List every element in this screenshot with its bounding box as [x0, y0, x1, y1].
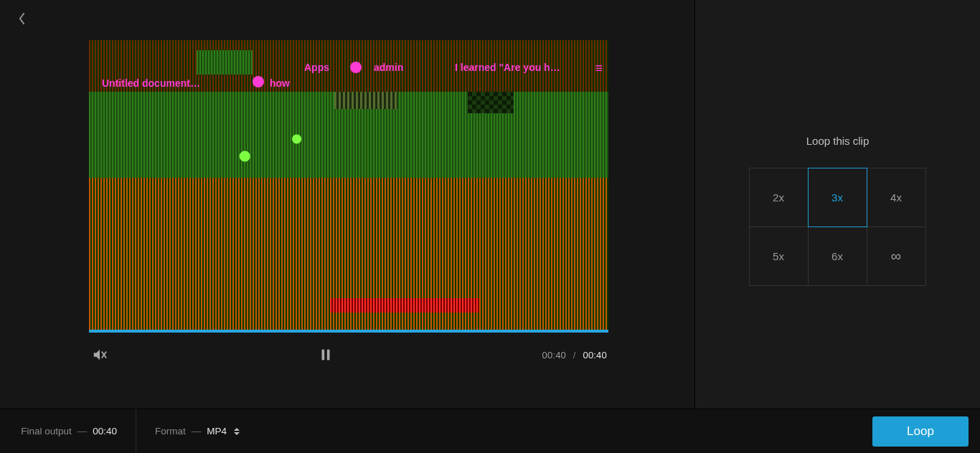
loop-option-2x[interactable]: 2x [749, 168, 809, 227]
loop-option-infinite[interactable]: ∞ [867, 226, 926, 286]
back-button[interactable] [13, 10, 30, 27]
loop-option-label: 2x [773, 191, 784, 204]
mute-button[interactable] [90, 345, 109, 364]
svg-rect-3 [327, 350, 330, 361]
side-panel-title: Loop this clip [806, 135, 870, 147]
sort-arrows-icon [234, 428, 241, 435]
loop-option-5x[interactable]: 5x [749, 226, 809, 286]
loop-option-3x[interactable]: 3x [808, 168, 867, 227]
current-time: 00:40 [542, 350, 566, 361]
loop-option-label: 6x [831, 250, 843, 262]
video-region: Apps admin I learned "Are you h… ≡ Untit… [89, 40, 608, 364]
video-overlay-text: admin [374, 62, 403, 73]
dash-separator: — [77, 426, 88, 437]
loop-count-grid: 2x3x4x5x6x∞ [750, 168, 926, 286]
svg-rect-2 [321, 350, 324, 361]
final-output-segment: Final output — 00:40 [0, 409, 136, 453]
hamburger-icon: ≡ [595, 62, 603, 75]
loop-option-label: ∞ [891, 248, 901, 264]
format-label: Format [155, 426, 186, 437]
format-segment: Format — MP4 [136, 409, 260, 453]
video-overlay-band [468, 92, 514, 113]
video-overlay-band [197, 50, 253, 75]
loop-option-label: 4x [890, 191, 902, 204]
loop-option-4x[interactable]: 4x [867, 168, 926, 227]
chevron-left-icon [19, 13, 25, 24]
video-controls: 00:40 / 00:40 [89, 333, 608, 364]
loop-option-6x[interactable]: 6x [808, 226, 867, 286]
format-select[interactable]: MP4 [207, 426, 241, 437]
time-separator: / [573, 350, 576, 361]
preview-pane: Apps admin I learned "Are you h… ≡ Untit… [0, 0, 694, 409]
final-output-label: Final output [21, 426, 72, 437]
duration-time: 00:40 [583, 350, 607, 361]
loop-option-label: 3x [831, 191, 843, 204]
loop-button[interactable]: Loop [872, 416, 969, 447]
video-overlay-band [330, 298, 479, 313]
video-overlay-text: how [270, 77, 290, 89]
video-overlay-text: Untitled document… [102, 77, 200, 89]
bottom-bar: Final output — 00:40 Format — MP4 Loop [0, 409, 980, 453]
globe-icon [253, 76, 264, 87]
video-overlay-text: I learned "Are you h… [455, 62, 560, 73]
video-frame[interactable]: Apps admin I learned "Are you h… ≡ Untit… [89, 40, 608, 330]
time-display: 00:40 / 00:40 [542, 350, 607, 361]
dash-separator: — [192, 426, 202, 437]
final-output-value: 00:40 [93, 426, 117, 437]
loop-option-label: 5x [773, 250, 784, 262]
pause-icon [318, 347, 334, 363]
globe-icon [350, 62, 362, 73]
side-panel: Loop this clip 2x3x4x5x6x∞ [694, 0, 980, 409]
spacer [260, 409, 872, 453]
video-overlay-band [334, 92, 397, 109]
main-area: Apps admin I learned "Are you h… ≡ Untit… [0, 0, 980, 409]
app-root: Apps admin I learned "Are you h… ≡ Untit… [0, 0, 980, 453]
volume-muted-icon [92, 347, 108, 363]
format-value: MP4 [207, 426, 227, 437]
play-pause-button[interactable] [316, 345, 335, 364]
video-overlay-text: Apps [304, 62, 329, 73]
